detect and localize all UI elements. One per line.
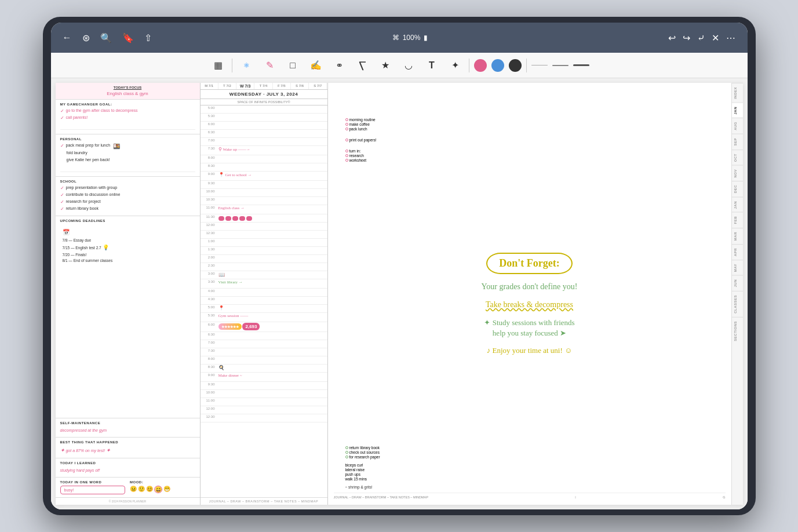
close-icon[interactable]: ✕ [712,32,719,43]
star-tool-icon[interactable]: ★ [376,56,395,75]
export-icon[interactable]: ⤶ [697,32,705,43]
learned-section: TODAY I LEARNED studying hard pays off [56,458,200,478]
tab-index[interactable]: INDEX [732,83,743,103]
school-ann-1: print out papers! [345,138,726,142]
tab-jan2[interactable]: JAN [732,197,743,213]
share-icon[interactable]: ⇧ [144,32,152,43]
back-icon[interactable]: ← [63,32,72,43]
content-500 [217,105,327,113]
bookmark-icon[interactable]: 🔖 [122,32,134,43]
gamechanger-item-2: ✓ call parents! [60,115,195,122]
image-tool-icon[interactable]: ◡ [399,56,418,75]
tab-feb[interactable]: FEB [732,212,743,228]
tab-may[interactable]: MAY [732,260,743,275]
tab-mar[interactable]: MAR [732,228,743,244]
day-mon[interactable]: M 7/1 [201,83,218,89]
lib-ann-text-3: for research paper [349,455,380,459]
day-sat[interactable]: S 7/6 [291,83,309,89]
mood-emoji-5[interactable]: 😁 [163,486,170,493]
color-blue[interactable] [491,59,504,72]
time-row-830: 8:30 [201,163,327,172]
check-icon-2: ✓ [60,115,64,121]
tab-aug[interactable]: AUG [732,118,743,134]
mood-emoji-4[interactable]: 😄 [154,486,162,493]
grid-icon[interactable]: ⊛ [82,32,90,43]
line-thin[interactable] [531,65,548,65]
shape-tool-icon[interactable]: ⎲ [353,56,371,75]
line-thick[interactable] [573,64,589,66]
day-wed[interactable]: W 7/3 [236,83,254,89]
day-sun[interactable]: S 7/7 [309,83,327,89]
time-row-1130: 11:30 [201,214,327,223]
time-730b: 7:30 [201,348,217,356]
grade-pill-5 [246,216,252,221]
more-icon[interactable]: ⋯ [726,32,735,43]
magic-tool-icon[interactable]: ✦ [446,56,464,75]
eraser-tool-icon[interactable]: □ [283,56,302,75]
tab-dec[interactable]: DEC [732,181,743,196]
deadline-3: 7/20 — Finals! [63,252,193,258]
color-red[interactable] [474,59,487,72]
school-section: SCHOOL ✓ prep presentation with group ✓ … [56,177,200,216]
time-row-930: 9:30 [201,181,327,189]
df-item-4: ♪ Enjoy your time at uni! ☺ [487,345,573,356]
day-tue[interactable]: T 7/2 [218,83,236,89]
tab-jan1[interactable]: JAN [732,103,743,118]
time-530: 5:30 [201,114,217,121]
mood-emoji-1[interactable]: 😐 [130,486,137,493]
tab-sep[interactable]: SEP [732,134,743,150]
line-medium[interactable] [552,65,569,66]
pen-tool-icon[interactable]: ✎ [260,56,279,75]
content-430 [217,297,327,304]
time-row-1000b: 10:00 [201,390,327,398]
gym-ann-2: lateral raise [345,468,726,472]
content-600b: ★★★★★★ 2,693 [217,322,327,331]
undo-icon[interactable]: ↩ [668,32,676,43]
text-tool-icon[interactable]: T [422,56,441,75]
school-icon: 📍 [218,172,224,177]
pencil-tool-icon[interactable]: ✍ [307,56,325,75]
bullet-l1 [345,446,348,449]
english-ann-text-2: research [349,154,364,158]
tab-classes[interactable]: CLASSES [732,291,743,317]
content-300: 📖 [217,271,327,279]
tab-apr[interactable]: APR [732,244,743,260]
grade-pill-2 [225,216,231,221]
lasso-tool-icon[interactable]: ⚭ [330,56,348,75]
self-maintenance-section: SELF-MAINTENANCE decompressed at the gym [56,418,200,438]
wakeup-ann-text-3: pack lunch [349,127,367,131]
color-black[interactable] [509,59,522,72]
gamechanger-label: MY GAMECHANGER GOAL: [60,103,195,106]
search-icon[interactable]: 🔍 [100,32,112,43]
sidebar-toggle-icon[interactable]: ▦ [209,56,227,75]
planner-mid: M 7/1 T 7/2 W 7/3 T 7/4 F 7/5 S 7/6 S 7/… [201,83,328,505]
tab-sections[interactable]: SECTIONS [732,317,743,345]
time-130: 1:30 [201,247,217,254]
time-row-500: 5:00 [201,105,327,114]
library-annotations: return library book check out sources fo… [345,446,726,460]
one-word-part: TODAY IN ONE WORD busy! [60,480,126,494]
bullet-s1 [345,139,348,141]
grade-pill-1 [218,216,224,221]
time-930: 9:30 [201,181,217,188]
tab-oct[interactable]: OCT [732,150,743,165]
english-ann-text-1: turn in: [349,149,361,153]
tab-jun[interactable]: JUN [732,275,743,291]
day-fri[interactable]: F 7/5 [273,83,291,89]
df-item-3: ✦ Study sessions with friendshelp you st… [484,318,574,338]
upcoming-section: UPCOMING DEADLINES 📅 7/8 — Essay due 7/1… [56,216,200,418]
top-bar-right: ↩ ↪ ⤶ ✕ ⋯ [668,32,735,43]
content-130 [217,247,327,254]
time-700: 7:00 [201,138,217,145]
top-bar-left: ← ⊛ 🔍 🔖 ⇧ [63,32,152,43]
redo-icon[interactable]: ↪ [683,32,690,43]
time-1200b: 12:00 [201,406,217,414]
mood-emoji-2[interactable]: 🙂 [138,486,145,493]
day-thu[interactable]: T 7/4 [254,83,272,89]
tab-nov[interactable]: NOV [732,165,743,181]
gym-ann-1: biceps curl [345,463,726,467]
mood-emoji-3[interactable]: 😊 [146,486,153,493]
drawing-toolbar: ▦ ⚛ ✎ □ ✍ ⚭ ⎲ ★ ◡ T ✦ [51,53,748,78]
content-330: Visit library → [217,279,327,288]
time-row-300: 3:00 📖 [201,271,327,279]
